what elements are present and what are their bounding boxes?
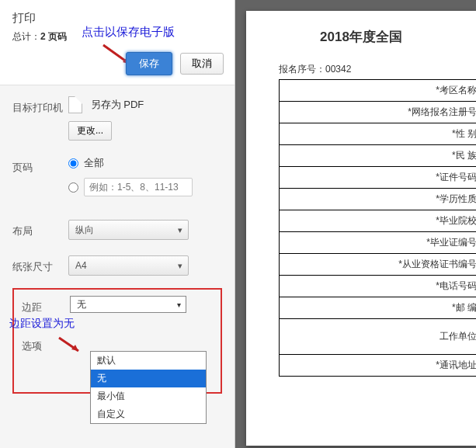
- form-table: *考区名称*网络报名注册号*性 别*民 族*证件号码*学历性质*毕业院校*毕业证…: [279, 79, 476, 377]
- form-field-label: *性 别: [280, 123, 477, 145]
- form-field-label: *考区名称: [280, 80, 477, 102]
- pages-range-radio[interactable]: [68, 182, 78, 193]
- margins-option[interactable]: 最小值: [91, 387, 206, 405]
- pages-label: 页码: [12, 156, 68, 175]
- form-field-label: *民 族: [280, 145, 477, 167]
- form-field-label: *网络报名注册号: [280, 102, 477, 123]
- save-button[interactable]: 保存: [126, 52, 172, 75]
- form-field-label: *邮 编: [280, 297, 477, 319]
- destination-label: 目标打印机: [12, 96, 68, 115]
- margins-option[interactable]: 默认: [91, 352, 206, 370]
- arrow-icon: [57, 335, 85, 356]
- margins-option[interactable]: 无: [91, 370, 206, 387]
- paper-select[interactable]: A4: [68, 255, 189, 276]
- margins-option[interactable]: 自定义: [91, 405, 206, 423]
- form-field-label: *证件号码: [280, 167, 477, 189]
- layout-select[interactable]: 纵向: [68, 220, 189, 240]
- pages-all-radio[interactable]: [68, 158, 78, 168]
- form-field-label: *毕业院校: [280, 210, 477, 232]
- pages-all-label: 全部: [84, 156, 104, 170]
- preview-page: 2018年度全国 报名序号：00342 *考区名称*网络报名注册号*性 别*民 …: [246, 11, 476, 446]
- dialog-title: 打印: [12, 11, 222, 26]
- form-field-label: *毕业证编号: [280, 232, 477, 254]
- margins-dropdown[interactable]: 默认无最小值自定义: [90, 351, 207, 424]
- form-field-label: *通讯地址: [280, 355, 477, 377]
- cancel-button[interactable]: 取消: [180, 53, 224, 75]
- destination-value: 另存为 PDF: [91, 99, 144, 110]
- pdf-file-icon: [68, 96, 82, 113]
- registration-number: 报名序号：00342: [279, 63, 476, 76]
- print-preview-pane: 2018年度全国 报名序号：00342 *考区名称*网络报名注册号*性 别*民 …: [235, 0, 476, 448]
- form-field-label: *学历性质: [280, 189, 477, 210]
- margins-label: 边距: [22, 296, 70, 314]
- form-field-label: 工作单位: [280, 319, 477, 355]
- paper-label: 纸张尺寸: [12, 255, 68, 274]
- document-title: 2018年度全国: [246, 28, 476, 46]
- annotation-margin-hint: 边距设置为无: [9, 317, 75, 331]
- print-header: 打印 总计：2 页码 点击以保存电子版 保存 取消: [0, 0, 235, 85]
- form-field-label: *从业资格证书编号: [280, 254, 477, 276]
- margins-select[interactable]: 无: [70, 296, 186, 313]
- change-destination-button[interactable]: 更改...: [68, 121, 112, 141]
- annotation-save-hint: 点击以保存电子版: [82, 25, 175, 40]
- layout-label: 布局: [12, 220, 68, 238]
- pages-range-input[interactable]: [84, 178, 193, 196]
- form-field-label: *电话号码: [280, 276, 477, 297]
